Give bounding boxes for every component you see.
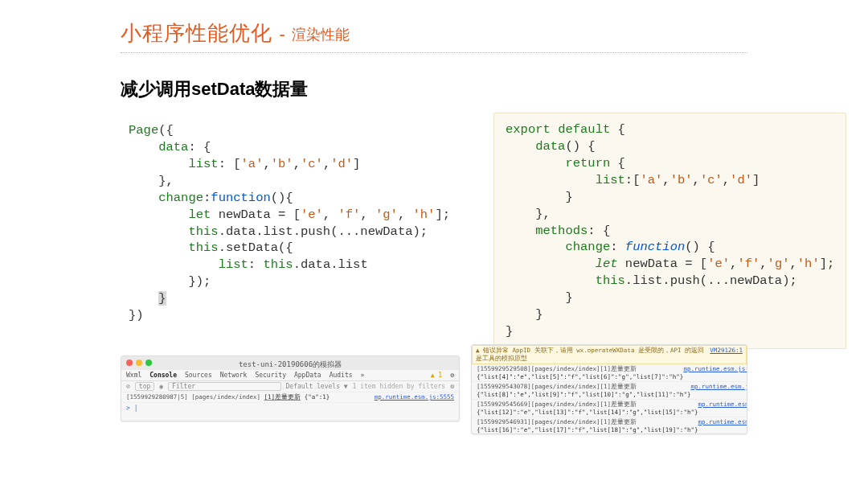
tab-console[interactable]: Console [149, 372, 177, 379]
console-prompt[interactable]: > | [121, 403, 459, 413]
log-line: [1559929280987|5] [pages/index/index] [1… [121, 392, 459, 403]
log-line: [1559929543078][pages/index/index][1]差量更… [472, 382, 747, 400]
title-separator: - [279, 24, 285, 44]
devtools-tabs[interactable]: Wxml Console Sources Network Security Ap… [121, 370, 459, 381]
log-line: [1559929546931][pages/index/index][1]差量更… [472, 417, 747, 434]
warning-source-link[interactable]: VM29126:1 [710, 347, 743, 363]
log-sourcefile-link[interactable]: mp.runtime.esm.js:5555 [698, 401, 747, 416]
log-sourcefile-link[interactable]: mp.runtime.esm.js:5555 [698, 418, 747, 434]
tab-wxml[interactable]: Wxml [126, 372, 141, 379]
settings-icon[interactable]: ⚙ [450, 372, 454, 379]
warning-badge[interactable]: ▲ 1 [431, 372, 442, 379]
filter-input[interactable]: Filter [168, 382, 280, 391]
code-row: Page({ data: { list: ['a','b','c','d'] }… [121, 113, 747, 349]
close-icon[interactable] [126, 360, 133, 366]
code-block-right: export default { data() { return { list:… [493, 113, 846, 349]
devtools-console-right: ▲ 错误异常 AppID 关联下，请用 wx.operateWXData 是受限… [471, 344, 747, 434]
log-object: {"a":1} [305, 393, 330, 401]
gear-icon[interactable]: ⚙ [450, 383, 454, 390]
slide: 小程序性能优化 - 渲染性能 减少调用setData数据量 Page({ dat… [0, 0, 868, 421]
console-row: test-uni-20190606的模拟器 Wxml Console Sourc… [121, 355, 747, 421]
log-source: [1559929280987|5] [pages/index/index] [126, 393, 260, 401]
log-sourcefile-link[interactable]: mp.runtime.esm.js:5555 [683, 365, 747, 380]
log-diff-label: [1]差量更新 [264, 393, 301, 401]
title-row: 小程序性能优化 - 渲染性能 [121, 19, 747, 53]
code-block-left: Page({ data: { list: ['a','b','c','d'] }… [121, 113, 482, 334]
window-controls[interactable] [121, 356, 157, 366]
tab-security[interactable]: Security [255, 372, 286, 379]
tab-network[interactable]: Network [220, 372, 248, 379]
console-filter-row[interactable]: ⊘ top ◉ Filter Default levels ▼ 1 item h… [121, 381, 459, 392]
log-sourcefile-link[interactable]: mp.runtime.esm.js:5555 [375, 393, 454, 401]
tab-sources[interactable]: Sources [185, 372, 212, 379]
context-select[interactable]: top [135, 382, 154, 391]
window-title: test-uni-20190606的模拟器 [121, 360, 459, 370]
maximize-icon[interactable] [145, 360, 152, 366]
tab-more[interactable]: » [361, 372, 365, 379]
levels-select[interactable]: Default levels ▼ [286, 383, 348, 390]
minimize-icon[interactable] [136, 360, 142, 366]
title-sub: 渲染性能 [292, 27, 350, 43]
log-sourcefile-link[interactable]: mp.runtime.esm.js:5555 [690, 383, 747, 398]
tab-appdata[interactable]: AppData [294, 372, 321, 379]
tab-audits[interactable]: Audits [330, 372, 353, 379]
section-heading: 减少调用setData数据量 [121, 77, 747, 101]
log-line: [1559929545669][pages/index/index][1]差量更… [472, 400, 747, 417]
eye-icon[interactable]: ◉ [159, 383, 163, 390]
log-line: [1559929529508][pages/index/index][1]差量更… [472, 364, 747, 382]
console-warning: ▲ 错误异常 AppID 关联下，请用 wx.operateWXData 是受限… [472, 345, 747, 364]
devtools-console-left: test-uni-20190606的模拟器 Wxml Console Sourc… [121, 355, 460, 421]
title-main: 小程序性能优化 [121, 21, 272, 45]
warning-text: ▲ 错误异常 AppID 关联下，请用 wx.operateWXData 是受限… [476, 347, 710, 363]
block-icon[interactable]: ⊘ [126, 383, 130, 390]
hidden-count: 1 item hidden by filters [353, 383, 446, 390]
